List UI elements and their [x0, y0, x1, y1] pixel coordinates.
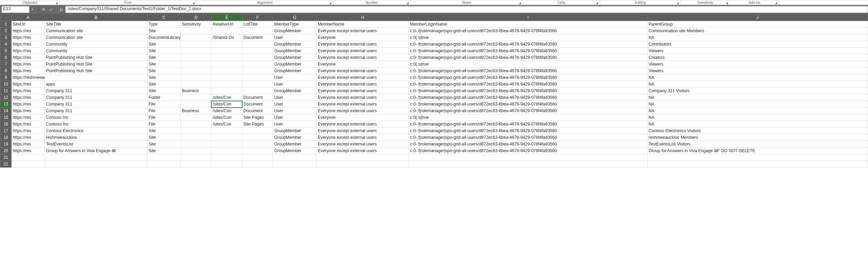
cell[interactable]: [181, 74, 212, 81]
cell[interactable]: Everyone except external users: [317, 148, 409, 154]
cell[interactable]: c:0-.f|rolemanager|spo-grid-all-users/d8…: [409, 121, 647, 128]
cell[interactable]: https://res: [12, 141, 45, 148]
cell[interactable]: https://res: [12, 61, 45, 68]
cell[interactable]: [242, 154, 273, 161]
cell[interactable]: TestEventsList: [45, 141, 147, 148]
cell[interactable]: Everyone except external users: [317, 88, 409, 94]
cell[interactable]: Everyone except external users: [317, 101, 409, 108]
column-header-G[interactable]: G: [273, 14, 317, 21]
row-header[interactable]: 11: [0, 88, 12, 94]
cell[interactable]: [12, 161, 45, 168]
row-header[interactable]: 20: [0, 148, 12, 154]
cell[interactable]: [242, 81, 273, 88]
cell[interactable]: GroupMember: [273, 141, 317, 148]
accept-formula-button[interactable]: ✓: [47, 5, 55, 14]
dialog-launcher-icon[interactable]: ◢: [595, 1, 599, 5]
cell[interactable]: Creators: [647, 54, 868, 61]
cell[interactable]: Contoso Electronics: [45, 128, 147, 134]
dialog-launcher-icon[interactable]: ◢: [725, 1, 729, 5]
cell[interactable]: Site: [147, 141, 181, 148]
cell[interactable]: Site: [147, 68, 181, 74]
cell[interactable]: [181, 54, 212, 61]
cell[interactable]: User: [273, 94, 317, 101]
row-header[interactable]: 17: [0, 128, 12, 134]
cell[interactable]: User: [273, 74, 317, 81]
cell[interactable]: [647, 154, 868, 161]
cell[interactable]: GroupMember: [273, 134, 317, 141]
cell[interactable]: https://res: [12, 128, 45, 134]
cell[interactable]: [181, 61, 212, 68]
cell[interactable]: [181, 34, 212, 41]
cell[interactable]: Everyone: [317, 114, 409, 121]
cell[interactable]: Site: [147, 134, 181, 141]
cell[interactable]: [45, 74, 147, 81]
row-header[interactable]: 16: [0, 121, 12, 128]
cell[interactable]: [242, 148, 273, 154]
cell[interactable]: Site: [147, 61, 181, 68]
cell[interactable]: https://res: [12, 121, 45, 128]
cell[interactable]: c:0-.f|rolemanager|spo-grid-all-users/d8…: [409, 134, 647, 141]
cell[interactable]: c:0-.f|rolemanager|spo-grid-all-users/d8…: [409, 148, 647, 154]
cell[interactable]: Viewers: [647, 61, 868, 68]
cell[interactable]: ListTitle: [242, 21, 273, 28]
cell[interactable]: [211, 48, 242, 54]
cell[interactable]: reshmeeauckloo Members: [647, 134, 868, 141]
column-header-B[interactable]: B: [45, 14, 147, 21]
cell[interactable]: https://res: [12, 108, 45, 114]
cell[interactable]: https://res: [12, 101, 45, 108]
cell[interactable]: GroupMember: [273, 28, 317, 34]
cell[interactable]: Business: [181, 108, 212, 114]
cell[interactable]: https://res: [12, 41, 45, 48]
cell[interactable]: c:0-.f|rolemanager|spo-grid-all-users/d8…: [409, 128, 647, 134]
cell[interactable]: Document: [242, 34, 273, 41]
cell[interactable]: https://res: [12, 54, 45, 61]
cell[interactable]: [317, 154, 409, 161]
cell[interactable]: GroupMember: [273, 41, 317, 48]
cell[interactable]: [211, 61, 242, 68]
dialog-launcher-icon[interactable]: ◢: [329, 1, 332, 5]
cell[interactable]: Company 311 Visitors: [647, 88, 868, 94]
cell[interactable]: /sites/Con: [211, 94, 242, 101]
row-header[interactable]: 19: [0, 141, 12, 148]
cell[interactable]: Everyone except external users: [317, 74, 409, 81]
cell[interactable]: File: [147, 108, 181, 114]
cell[interactable]: [45, 161, 147, 168]
cell[interactable]: [181, 94, 212, 101]
dialog-launcher-icon[interactable]: ◢: [774, 1, 778, 5]
cell[interactable]: c:0(.s|true: [409, 61, 647, 68]
cell[interactable]: NA: [647, 108, 868, 114]
dialog-launcher-icon[interactable]: ◢: [518, 1, 522, 5]
cell[interactable]: Sensitivity: [181, 21, 212, 28]
cell[interactable]: Everyone except external users: [317, 81, 409, 88]
cell[interactable]: [317, 161, 409, 168]
row-header[interactable]: 9: [0, 74, 12, 81]
cell[interactable]: User: [273, 101, 317, 108]
cell[interactable]: /Shared Do: [211, 34, 242, 41]
cell[interactable]: Everyone: [317, 61, 409, 68]
cancel-formula-button[interactable]: ✕: [40, 5, 47, 14]
cell[interactable]: User: [273, 34, 317, 41]
cell[interactable]: Document: [242, 101, 273, 108]
dialog-launcher-icon[interactable]: ◢: [676, 1, 680, 5]
cell[interactable]: /sites/Con: [211, 108, 242, 114]
cell[interactable]: c:0-.f|rolemanager|spo-grid-all-users/d8…: [409, 81, 647, 88]
cell[interactable]: User: [273, 121, 317, 128]
cell[interactable]: [181, 134, 212, 141]
cell[interactable]: [242, 68, 273, 74]
row-header[interactable]: 18: [0, 134, 12, 141]
cell[interactable]: [181, 28, 212, 34]
cell[interactable]: Everyone except external users: [317, 48, 409, 54]
row-header[interactable]: 8: [0, 68, 12, 74]
cell[interactable]: Company 311: [45, 108, 147, 114]
cell[interactable]: [242, 74, 273, 81]
cell[interactable]: Communication site Members: [647, 28, 868, 34]
cell[interactable]: Site: [147, 41, 181, 48]
cell[interactable]: c:0-.f|rolemanager|spo-grid-all-users/d8…: [409, 141, 647, 148]
cell[interactable]: GroupMember: [273, 88, 317, 94]
cell[interactable]: [242, 61, 273, 68]
name-box-dropdown[interactable]: ▾: [29, 6, 36, 13]
cell[interactable]: NA: [647, 114, 868, 121]
cell[interactable]: [211, 54, 242, 61]
row-header[interactable]: 15: [0, 114, 12, 121]
cell[interactable]: [211, 148, 242, 154]
